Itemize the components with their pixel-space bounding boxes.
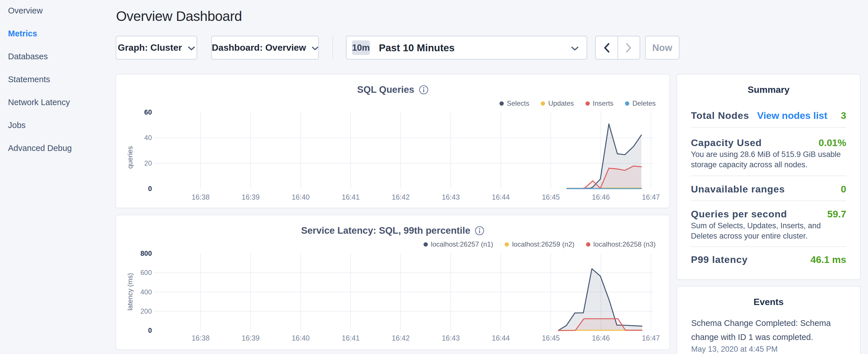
chart-plot-area[interactable]: 020040060080016:3816:3916:4016:4116:4216… bbox=[116, 215, 670, 349]
x-tick-label: 16:47 bbox=[642, 334, 660, 342]
y-tick-label: 600 bbox=[141, 269, 152, 277]
x-tick-label: 16:41 bbox=[342, 193, 360, 201]
time-range-badge: 10m bbox=[352, 40, 370, 55]
summary-panel: Summary Total NodesView nodes list3Capac… bbox=[677, 74, 861, 280]
sidebar-item-network-latency[interactable]: Network Latency bbox=[8, 98, 72, 106]
chevron-down-icon bbox=[571, 46, 579, 51]
x-tick-label: 16:39 bbox=[242, 193, 260, 201]
service-latency-chart-card: Service Latency: SQL, 99th percentileloc… bbox=[116, 215, 670, 350]
x-tick-label: 16:42 bbox=[392, 334, 410, 342]
sidebar-item-advanced-debug[interactable]: Advanced Debug bbox=[8, 144, 72, 152]
summary-row-value: 46.1 ms bbox=[810, 254, 846, 265]
summary-row: P99 latency46.1 ms bbox=[691, 246, 846, 273]
sidebar-item-overview[interactable]: Overview bbox=[8, 6, 72, 15]
summary-row-label: Total Nodes bbox=[691, 110, 749, 121]
summary-row-label: P99 latency bbox=[691, 254, 748, 265]
sidebar-item-jobs[interactable]: Jobs bbox=[8, 121, 72, 129]
sidebar-nav: OverviewMetricsDatabasesStatementsNetwor… bbox=[8, 6, 72, 167]
now-button[interactable]: Now bbox=[645, 36, 679, 60]
summary-row-label: Capacity Used bbox=[691, 137, 762, 148]
summary-row-label: Queries per second bbox=[691, 208, 787, 220]
dashboard-dropdown[interactable]: Dashboard: Overview bbox=[211, 36, 319, 60]
x-tick-label: 16:45 bbox=[542, 193, 560, 201]
y-tick-label: 20 bbox=[144, 159, 152, 167]
time-range-label: Past 10 Minutes bbox=[379, 42, 455, 54]
summary-row-label: Unavailable ranges bbox=[691, 184, 785, 195]
x-tick-label: 16:44 bbox=[492, 193, 510, 201]
toolbar-divider bbox=[333, 35, 333, 59]
chart-plot-area[interactable]: 020406016:3816:3916:4016:4116:4216:4316:… bbox=[116, 74, 670, 207]
x-tick-label: 16:40 bbox=[292, 334, 310, 342]
y-tick-label: 40 bbox=[144, 134, 152, 141]
event-timestamp: May 13, 2020 at 4:45 PM bbox=[691, 344, 846, 354]
summary-row: Unavailable ranges0 bbox=[691, 175, 846, 200]
page-title: Overview Dashboard bbox=[116, 9, 242, 24]
summary-row: Capacity Used0.01%You are using 28.6 MiB… bbox=[691, 127, 846, 175]
now-button-label: Now bbox=[652, 42, 672, 53]
y-tick-label: 200 bbox=[141, 307, 152, 315]
chevron-down-icon bbox=[188, 46, 195, 51]
time-range-selector[interactable]: 10m Past 10 Minutes bbox=[346, 36, 587, 60]
graph-dropdown-label: Graph: Cluster bbox=[118, 42, 182, 53]
x-tick-label: 16:41 bbox=[342, 334, 360, 342]
events-panel: Events Schema Change Completed: Schema c… bbox=[677, 286, 861, 354]
y-tick-label: 0 bbox=[148, 185, 152, 192]
summary-row-description: You are using 28.6 MiB of 515.9 GiB usab… bbox=[691, 149, 846, 170]
dashboard-dropdown-label: Dashboard: Overview bbox=[212, 42, 306, 53]
summary-row-value: 3 bbox=[841, 110, 846, 121]
summary-row-value: 0 bbox=[841, 184, 846, 195]
y-tick-label: 800 bbox=[141, 250, 152, 257]
sidebar-item-metrics[interactable]: Metrics bbox=[8, 29, 72, 38]
chevron-left-icon bbox=[604, 43, 610, 53]
summary-title: Summary bbox=[677, 84, 860, 95]
time-step-buttons bbox=[595, 36, 640, 60]
summary-row-value: 0.01% bbox=[819, 137, 846, 148]
sql-queries-chart-card: SQL QueriesSelectsUpdatesInsertsDeletesq… bbox=[116, 74, 670, 208]
x-tick-label: 16:42 bbox=[392, 193, 410, 201]
chevron-down-icon bbox=[312, 46, 318, 51]
x-tick-label: 16:45 bbox=[542, 334, 560, 342]
events-title: Events bbox=[677, 296, 860, 308]
sidebar-item-statements[interactable]: Statements bbox=[8, 75, 72, 84]
y-tick-label: 60 bbox=[144, 108, 152, 116]
x-tick-label: 16:44 bbox=[492, 334, 510, 342]
x-tick-label: 16:38 bbox=[192, 334, 210, 342]
chevron-right-icon bbox=[626, 43, 631, 53]
x-tick-label: 16:46 bbox=[592, 334, 610, 342]
y-tick-label: 400 bbox=[141, 288, 152, 296]
x-tick-label: 16:39 bbox=[242, 334, 260, 342]
summary-row: Total NodesView nodes list3 bbox=[691, 109, 846, 127]
x-tick-label: 16:46 bbox=[592, 193, 610, 201]
graph-dropdown[interactable]: Graph: Cluster bbox=[116, 36, 197, 60]
x-tick-label: 16:43 bbox=[442, 193, 460, 201]
x-tick-label: 16:38 bbox=[192, 193, 210, 201]
view-nodes-list-link[interactable]: View nodes list bbox=[757, 110, 827, 121]
x-tick-label: 16:40 bbox=[292, 193, 310, 201]
summary-row: Queries per second59.7Sum of Selects, Up… bbox=[691, 200, 846, 246]
next-time-button[interactable] bbox=[618, 36, 640, 59]
summary-row-description: Sum of Selects, Updates, Inserts, and De… bbox=[691, 221, 846, 241]
y-tick-label: 0 bbox=[148, 326, 152, 334]
summary-row-value: 59.7 bbox=[827, 208, 846, 220]
event-message: Schema Change Completed: Schema change w… bbox=[691, 316, 846, 344]
sidebar-item-databases[interactable]: Databases bbox=[8, 52, 72, 61]
prev-time-button[interactable] bbox=[596, 36, 618, 59]
x-tick-label: 16:47 bbox=[642, 193, 660, 201]
x-tick-label: 16:43 bbox=[442, 334, 460, 342]
